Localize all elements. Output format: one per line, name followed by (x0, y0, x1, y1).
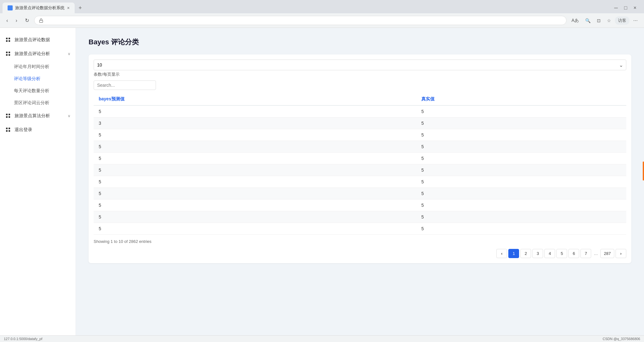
grid-icon (5, 37, 11, 43)
toolbar-actions: Aあ 🔍 ⊡ ☆ 访客 ⋯ (569, 16, 640, 25)
address-bar[interactable]: 127.0.0.1:5000/bayes (34, 16, 567, 25)
status-bar-left: 127.0.0.1:5000/datafy_pf (4, 337, 42, 341)
main-content: Bayes 评论分类 10 25 50 100 条数/每页显示 (76, 28, 644, 335)
window-controls: ─ □ × (612, 4, 641, 12)
table-header-row: bayes预测值 真实值 (94, 93, 626, 105)
expand-icon-analysis: ∨ (68, 52, 71, 56)
data-table: bayes预测值 真实值 5535555555555555555555 (94, 93, 626, 235)
reader-mode-button[interactable]: Aあ (569, 16, 581, 25)
table-row: 55 (94, 223, 626, 235)
cell-real-val: 5 (416, 153, 626, 164)
table-row: 55 (94, 141, 626, 153)
status-bar-right: CSDN @q_3375686806 (603, 337, 640, 341)
search-input[interactable] (94, 80, 156, 90)
table-row: 55 (94, 200, 626, 211)
page-size-select[interactable]: 10 25 50 100 (94, 60, 626, 70)
table-row: 55 (94, 176, 626, 188)
cell-real-val: 5 (416, 117, 626, 129)
cell-real-val: 5 (416, 105, 626, 117)
minimize-button[interactable]: ─ (612, 4, 620, 12)
sidebar-label-logout: 退出登录 (15, 127, 32, 133)
search-container (94, 80, 626, 90)
status-bar: 127.0.0.1:5000/datafy_pf CSDN @q_3375686… (0, 335, 644, 342)
browser-toolbar: ‹ › ↻ 127.0.0.1:5000/bayes Aあ 🔍 ⊡ ☆ 访客 ⋯ (0, 13, 644, 28)
refresh-button[interactable]: ↻ (22, 16, 32, 25)
col-header-real-val: 真实值 (416, 93, 626, 105)
cell-real-val: 5 (416, 129, 626, 141)
tab-title: 旅游景点评论数据分析系统 (15, 5, 65, 11)
grid-icon-2 (5, 51, 11, 57)
submenu-item-word-cloud[interactable]: 景区评论词云分析 (0, 97, 76, 109)
cell-bayes-pred: 5 (94, 141, 416, 153)
sidebar-label-tourism-analysis: 旅游景点评论分析 (15, 51, 50, 57)
table-wrapper: bayes预测值 真实值 5535555555555555555555 (94, 93, 626, 235)
page-ellipsis: … (592, 249, 599, 258)
page-next-button[interactable]: › (616, 249, 626, 258)
cell-bayes-pred: 5 (94, 153, 416, 164)
showing-text: Showing 1 to 10 of 2862 entries (94, 239, 626, 244)
cell-bayes-pred: 5 (94, 129, 416, 141)
page-title: Bayes 评论分类 (89, 37, 631, 47)
active-tab[interactable]: 旅游景点评论数据分析系统 × (3, 3, 75, 13)
close-window-button[interactable]: × (631, 4, 639, 12)
back-button[interactable]: ‹ (4, 16, 10, 25)
submenu-item-yearly[interactable]: 评论年月时间分析 (0, 61, 76, 73)
cell-real-val: 5 (416, 188, 626, 200)
new-tab-button[interactable]: + (76, 3, 84, 13)
submenu-item-daily[interactable]: 每天评论数量分析 (0, 85, 76, 97)
maximize-button[interactable]: □ (622, 4, 630, 12)
scroll-indicator (643, 162, 644, 180)
table-section: 10 25 50 100 条数/每页显示 bayes预测值 真实值 (89, 54, 631, 263)
sidebar-item-logout[interactable]: 退出登录 (0, 123, 76, 137)
grid-icon-4 (5, 127, 11, 133)
col-header-bayes-pred: bayes预测值 (94, 93, 416, 105)
sidebar-item-tourism-analysis[interactable]: 旅游景点评论分析 ∨ (0, 47, 76, 61)
forward-button[interactable]: › (13, 16, 20, 25)
cell-bayes-pred: 5 (94, 176, 416, 188)
lock-icon (39, 18, 43, 23)
browser-chrome: 旅游景点评论数据分析系统 × + ─ □ × ‹ › ↻ 127.0.0.1:5… (0, 0, 644, 28)
settings-button[interactable]: ⋯ (631, 17, 640, 24)
page-size-container: 10 25 50 100 (94, 60, 626, 70)
user-button[interactable]: 访客 (615, 16, 629, 25)
page-btn-1[interactable]: 1 (508, 249, 519, 258)
search-page-button[interactable]: 🔍 (583, 17, 593, 24)
page-btn-5[interactable]: 5 (556, 249, 567, 258)
page-btn-6[interactable]: 6 (568, 249, 579, 258)
submenu-item-grade[interactable]: 评论等级分析 (0, 73, 76, 85)
tab-bar: 旅游景点评论数据分析系统 × + ─ □ × (0, 0, 644, 13)
table-row: 55 (94, 164, 626, 176)
cell-bayes-pred: 5 (94, 211, 416, 223)
cell-real-val: 5 (416, 141, 626, 153)
page-btn-3[interactable]: 3 (532, 249, 543, 258)
page-prev-button[interactable]: ‹ (496, 249, 507, 258)
sidebar: 旅游景点评论数据 旅游景点评论分析 ∨ 评论年月时间分析 评论等级分析 每天评论… (0, 28, 76, 335)
table-row: 55 (94, 188, 626, 200)
tab-close-button[interactable]: × (67, 5, 70, 10)
table-row: 55 (94, 129, 626, 141)
sidebar-item-tourism-data[interactable]: 旅游景点评论数据 (0, 33, 76, 47)
svg-rect-0 (39, 20, 43, 22)
cell-bayes-pred: 5 (94, 200, 416, 211)
cell-real-val: 5 (416, 164, 626, 176)
cell-real-val: 5 (416, 200, 626, 211)
favorites-button[interactable]: ☆ (604, 17, 614, 24)
cell-bayes-pred: 3 (94, 117, 416, 129)
sidebar-item-algorithm[interactable]: 旅游景点算法分析 ∨ (0, 109, 76, 123)
submenu-label-yearly: 评论年月时间分析 (14, 64, 49, 69)
split-view-button[interactable]: ⊡ (594, 17, 603, 24)
page-btn-4[interactable]: 4 (544, 249, 555, 258)
table-row: 35 (94, 117, 626, 129)
app-container: 旅游景点评论数据 旅游景点评论分析 ∨ 评论年月时间分析 评论等级分析 每天评论… (0, 28, 644, 335)
expand-icon-algorithm: ∨ (68, 114, 71, 118)
cell-real-val: 5 (416, 176, 626, 188)
cell-bayes-pred: 5 (94, 105, 416, 117)
table-body: 5535555555555555555555 (94, 105, 626, 235)
table-row: 55 (94, 211, 626, 223)
page-size-label: 条数/每页显示 (94, 72, 626, 77)
url-input[interactable]: 127.0.0.1:5000/bayes (46, 18, 562, 23)
page-btn-2[interactable]: 2 (520, 249, 531, 258)
page-btn-7[interactable]: 7 (580, 249, 591, 258)
page-btn-last[interactable]: 287 (600, 249, 614, 258)
tab-favicon (8, 5, 13, 10)
